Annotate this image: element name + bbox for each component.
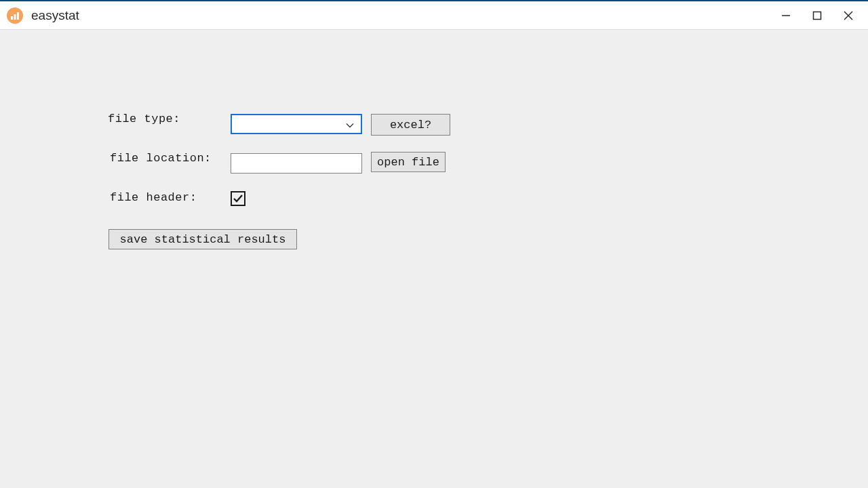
maximize-button[interactable] [802, 1, 833, 30]
app-title: easystat [31, 8, 79, 23]
app-icon [7, 7, 23, 24]
excel-button[interactable]: excel? [371, 114, 450, 136]
svg-rect-0 [11, 16, 13, 20]
svg-rect-4 [814, 12, 821, 19]
close-button[interactable] [833, 1, 864, 30]
titlebar: easystat [0, 1, 868, 30]
chevron-down-icon [346, 119, 354, 131]
save-results-button[interactable]: save statistical results [108, 229, 297, 249]
open-file-button[interactable]: open file [371, 152, 446, 172]
window-controls [770, 1, 864, 30]
file-location-input[interactable] [231, 153, 362, 174]
svg-rect-1 [14, 14, 16, 20]
client-area: file type: excel? file location: open fi… [0, 30, 868, 488]
file-location-label: file location: [110, 152, 212, 165]
minimize-button[interactable] [770, 1, 802, 30]
file-header-checkbox[interactable] [231, 191, 245, 206]
svg-rect-2 [17, 12, 19, 20]
file-header-label: file header: [110, 191, 197, 204]
file-type-label: file type: [108, 113, 180, 125]
file-type-combobox[interactable] [231, 114, 362, 134]
check-icon [233, 193, 243, 204]
